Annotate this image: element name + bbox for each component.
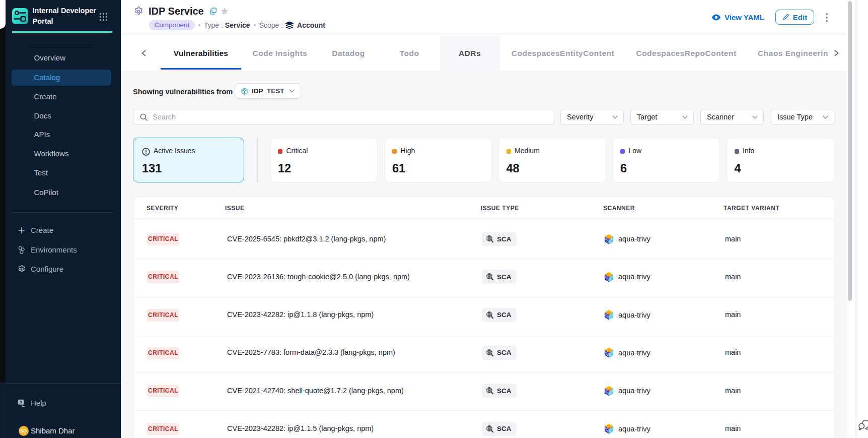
- svg-text:?: ?: [20, 400, 22, 405]
